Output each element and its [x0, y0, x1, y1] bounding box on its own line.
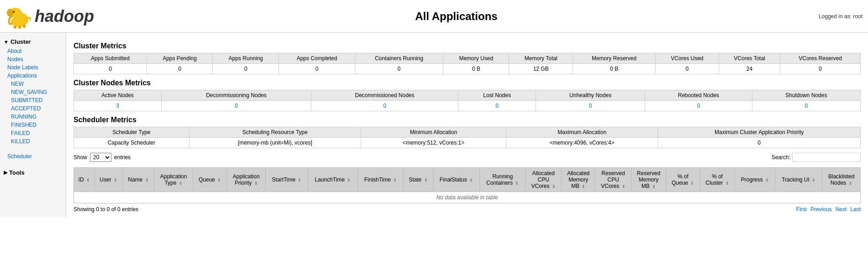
cluster-nodes-metrics-row: 3 0 0 0 0 0 0: [74, 101, 861, 111]
applications-table-header-row: ID ⇕ User ⇕ Name ⇕ ApplicationType ⇕ Que…: [74, 168, 861, 192]
col-memory-total: Memory Total: [509, 53, 573, 64]
search-bar: Search:: [772, 153, 861, 162]
sidebar-item-failed[interactable]: FAILED: [0, 129, 66, 137]
no-data-message: No data available in table: [74, 192, 861, 203]
search-input[interactable]: [792, 153, 861, 162]
col-running-containers[interactable]: RunningContainers ⇕: [480, 168, 526, 192]
cluster-section-header[interactable]: ▼ Cluster: [0, 36, 66, 47]
col-apps-completed: Apps Completed: [279, 53, 355, 64]
show-label: Show: [74, 154, 87, 161]
sidebar-item-about[interactable]: About: [0, 47, 66, 55]
sidebar-item-accepted[interactable]: ACCEPTED: [0, 104, 66, 113]
col-reserved-memory-mb[interactable]: ReservedMemoryMB ⇕: [631, 168, 666, 192]
val-decommissioning-nodes[interactable]: 0: [162, 101, 311, 111]
val-memory-used: 0 B: [443, 64, 509, 74]
cluster-arrow-icon: ▼: [4, 39, 9, 45]
col-id[interactable]: ID ⇕: [74, 168, 95, 192]
showing-entries-text: Showing 0 to 0 of 0 entries: [74, 206, 138, 213]
tools-label: Tools: [9, 169, 25, 176]
show-entries-control: Show 10 20 50 100 entries: [74, 153, 131, 162]
col-unhealthy-nodes: Unhealthy Nodes: [536, 90, 645, 101]
col-pct-queue[interactable]: % ofQueue ⇕: [666, 168, 700, 192]
val-unhealthy-nodes[interactable]: 0: [536, 101, 645, 111]
col-vcores-used: VCores Used: [655, 53, 719, 64]
col-finish-time[interactable]: FinishTime ⇕: [358, 168, 403, 192]
table-controls: Show 10 20 50 100 entries Search:: [74, 153, 861, 164]
sidebar-item-scheduler[interactable]: Scheduler: [0, 152, 66, 161]
cluster-metrics-row: 0 0 0 0 0 0 B 12 GB 0 B 0 24 0: [74, 64, 861, 74]
pagination-links: First Previous Next Last: [796, 206, 861, 213]
sidebar-item-finished[interactable]: FINISHED: [0, 121, 66, 129]
col-reserved-cpu-vcores[interactable]: ReservedCPUVCores ⇕: [595, 168, 631, 192]
val-scheduling-resource-type: [memory-mb (unit=Mi), vcores]: [189, 138, 361, 148]
sidebar-item-running[interactable]: RUNNING: [0, 113, 66, 121]
applications-table: ID ⇕ User ⇕ Name ⇕ ApplicationType ⇕ Que…: [74, 167, 861, 203]
sidebar-item-submitted[interactable]: SUBMITTED: [0, 96, 66, 104]
sidebar-item-new[interactable]: NEW: [0, 80, 66, 88]
col-allocated-memory-mb[interactable]: AllocatedMemoryMB ⇕: [562, 168, 595, 192]
col-launch-time[interactable]: LaunchTime ⇕: [308, 168, 358, 192]
val-active-nodes[interactable]: 3: [74, 101, 162, 111]
col-blacklisted-nodes[interactable]: BlacklistedNodes ⇕: [822, 168, 861, 192]
no-data-row: No data available in table: [74, 192, 861, 203]
pagination-last[interactable]: Last: [850, 206, 861, 213]
val-rebooted-nodes[interactable]: 0: [645, 101, 752, 111]
svg-point-3: [13, 11, 15, 13]
pagination-next[interactable]: Next: [836, 206, 847, 213]
val-maximum-allocation: <memory:4096, vCores:4>: [506, 138, 658, 148]
login-info: Logged in as: root: [819, 13, 863, 20]
col-user[interactable]: User ⇕: [95, 168, 122, 192]
col-name[interactable]: Name ⇕: [122, 168, 154, 192]
col-vcores-total: VCores Total: [719, 53, 780, 64]
col-queue[interactable]: Queue ⇕: [193, 168, 227, 192]
cluster-nodes-metrics-table: Active Nodes Decommissioning Nodes Decom…: [74, 90, 861, 111]
col-final-status[interactable]: FinalStatus ⇕: [433, 168, 480, 192]
val-lost-nodes[interactable]: 0: [458, 101, 536, 111]
val-vcores-reserved: 0: [780, 64, 861, 74]
pagination-previous[interactable]: Previous: [810, 206, 832, 213]
sidebar-item-applications[interactable]: Applications: [0, 72, 66, 80]
sidebar-item-nodes[interactable]: Nodes: [0, 55, 66, 63]
search-label: Search:: [772, 154, 790, 161]
val-scheduler-type: Capacity Scheduler: [74, 138, 189, 148]
tools-arrow-icon: ▶: [4, 170, 7, 176]
val-minimum-allocation: <memory:512, vCores:1>: [361, 138, 506, 148]
col-apps-pending: Apps Pending: [147, 53, 212, 64]
val-decommissioned-nodes[interactable]: 0: [311, 101, 458, 111]
col-rebooted-nodes: Rebooted Nodes: [645, 90, 752, 101]
col-scheduler-type: Scheduler Type: [74, 127, 189, 138]
sidebar-item-killed[interactable]: KILLED: [0, 137, 66, 145]
val-vcores-used: 0: [655, 64, 719, 74]
col-state[interactable]: State ⇕: [404, 168, 433, 192]
logo-text: hadoop: [35, 7, 94, 26]
col-shutdown-nodes: Shutdown Nodes: [752, 90, 860, 101]
col-application-priority[interactable]: ApplicationPriority ⇕: [227, 168, 266, 192]
col-maximum-allocation: Maximum Allocation: [506, 127, 658, 138]
col-progress[interactable]: Progress ⇕: [735, 168, 775, 192]
sidebar-item-node-labels[interactable]: Node Labels: [0, 63, 66, 72]
val-containers-running: 0: [355, 64, 443, 74]
sidebar: ▼ Cluster About Nodes Node Labels Applic…: [0, 33, 66, 217]
col-start-time[interactable]: StartTime ⇕: [266, 168, 308, 192]
col-memory-used: Memory Used: [443, 53, 509, 64]
col-containers-running: Containers Running: [355, 53, 443, 64]
cluster-nodes-metrics-title: Cluster Nodes Metrics: [74, 79, 861, 87]
val-shutdown-nodes[interactable]: 0: [752, 101, 860, 111]
col-tracking-ui[interactable]: Tracking UI ⇕: [775, 168, 822, 192]
col-pct-cluster[interactable]: % ofCluster ⇕: [700, 168, 735, 192]
col-apps-submitted: Apps Submitted: [74, 53, 147, 64]
val-max-cluster-app-priority: 0: [658, 138, 861, 148]
content-area: Cluster Metrics Apps Submitted Apps Pend…: [66, 33, 868, 217]
col-application-type[interactable]: ApplicationType ⇕: [154, 168, 193, 192]
svg-rect-4: [14, 26, 16, 29]
logo-area: hadoop: [5, 4, 94, 29]
scheduler-metrics-table: Scheduler Type Scheduling Resource Type …: [74, 127, 861, 148]
sidebar-item-new-saving[interactable]: NEW_SAVING: [0, 88, 66, 96]
pagination-first[interactable]: First: [796, 206, 807, 213]
tools-section-header[interactable]: ▶ Tools: [0, 167, 66, 178]
entries-select[interactable]: 10 20 50 100: [90, 153, 111, 162]
col-decommissioned-nodes: Decommissioned Nodes: [311, 90, 458, 101]
col-vcores-reserved: VCores Reserved: [780, 53, 861, 64]
col-allocated-cpu-vcores[interactable]: AllocatedCPUVCores ⇕: [526, 168, 562, 192]
col-lost-nodes: Lost Nodes: [458, 90, 536, 101]
